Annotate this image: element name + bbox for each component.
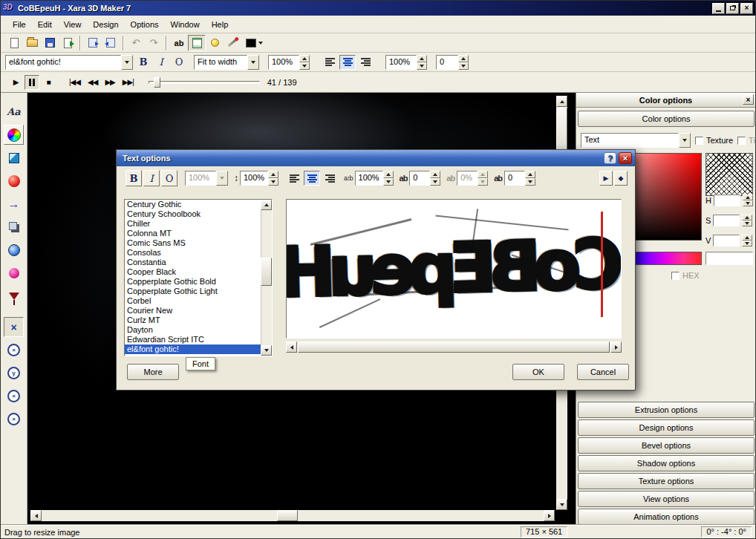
line-spacing-spin-buttons[interactable]	[417, 55, 427, 70]
horizontal-scroll-thumb[interactable]	[277, 510, 298, 521]
menu-design[interactable]: Design	[87, 18, 124, 31]
shadow-options-button[interactable]: Shadow options	[578, 455, 755, 471]
apply-to-combobox[interactable]: Text	[581, 133, 691, 148]
pause-button[interactable]	[25, 75, 39, 90]
menu-file[interactable]: File	[7, 18, 32, 31]
panel-close-button[interactable]: ×	[743, 94, 754, 105]
hue-slider[interactable]	[631, 252, 702, 265]
line-spacing-value[interactable]: 100%	[385, 55, 417, 70]
tracking-value[interactable]: 0	[436, 55, 458, 70]
texture-tool-button[interactable]	[4, 240, 24, 260]
play-button[interactable]: ▶	[8, 75, 23, 90]
toggle-button-3[interactable]: ×	[4, 386, 24, 406]
font-combobox-arrow[interactable]	[121, 55, 133, 70]
dialog-help-button[interactable]: ?	[604, 152, 616, 164]
tracking-spin-buttons[interactable]	[430, 171, 440, 186]
animation-tool-button[interactable]: ×	[4, 317, 24, 337]
font-list-scrollbar[interactable]	[261, 200, 272, 356]
menu-edit[interactable]: Edit	[32, 18, 58, 31]
scroll-up-button[interactable]	[261, 200, 272, 210]
redo-button[interactable]: ↷	[145, 35, 163, 51]
tracking-spin-buttons[interactable]	[458, 55, 469, 70]
save-button[interactable]	[41, 35, 59, 51]
design-options-button[interactable]: Design options	[578, 419, 755, 436]
toggle-button-1[interactable]: ×	[4, 340, 24, 360]
skip-start-button[interactable]: |◀◀	[66, 75, 83, 90]
bevel-options-button[interactable]: Bevel options	[578, 437, 755, 454]
menu-view[interactable]: View	[58, 18, 88, 31]
font-list-item[interactable]: Corbel	[125, 296, 261, 306]
lighting-button[interactable]	[206, 35, 224, 51]
dialog-line-spacing-value[interactable]: 100%	[355, 171, 383, 186]
more-button[interactable]: More	[127, 364, 179, 380]
frame-slider-thumb[interactable]	[154, 77, 160, 88]
text-options-toggle[interactable]	[188, 35, 206, 51]
copy-image-button[interactable]	[84, 35, 102, 51]
menu-help[interactable]: Help	[206, 18, 235, 31]
font-list-item[interactable]: Dayton	[125, 325, 261, 335]
zoom-combobox-arrow[interactable]	[247, 55, 259, 70]
extrusion-options-button[interactable]: Extrusion options	[578, 402, 755, 418]
font-list-item[interactable]: Copperplate Gothic Light	[125, 287, 261, 296]
texture-options-button[interactable]: Texture options	[578, 473, 755, 489]
scroll-left-button[interactable]	[30, 510, 42, 521]
diamond-button[interactable]: ◆	[614, 171, 628, 186]
menu-window[interactable]: Window	[165, 18, 206, 31]
font-scroll-thumb[interactable]	[261, 258, 272, 286]
zoom-combobox-value[interactable]: Fit to width	[194, 55, 247, 70]
h-input[interactable]	[714, 195, 740, 206]
font-list-item[interactable]: Courier New	[125, 306, 261, 316]
hex-checkbox[interactable]: HEX	[671, 271, 700, 280]
undo-button[interactable]: ↶	[127, 35, 145, 51]
hex-input[interactable]	[706, 252, 753, 265]
frame-slider[interactable]	[149, 81, 260, 84]
h-spin-buttons[interactable]	[743, 195, 753, 206]
align-right-button[interactable]	[357, 55, 374, 70]
font-list-item[interactable]: Comic Sans MS	[125, 238, 261, 248]
dialog-titlebar[interactable]: Text options ? ×	[117, 150, 635, 166]
color-options-section-button[interactable]: Color options	[578, 111, 755, 127]
apply-to-arrow[interactable]	[679, 133, 691, 148]
line-spacing-spin-buttons[interactable]	[383, 171, 394, 186]
font-list-item[interactable]: Edwardian Script ITC	[125, 335, 261, 344]
preview-scroll-thumb[interactable]	[298, 342, 610, 353]
scroll-right-button[interactable]	[610, 342, 622, 353]
dialog-italic-button[interactable]: I	[143, 170, 160, 186]
arrow-tool-button[interactable]: →	[4, 194, 24, 214]
s-spin-buttons[interactable]	[742, 215, 752, 226]
toggle-button-4[interactable]: ×	[4, 409, 24, 429]
view-options-button[interactable]: View options	[578, 491, 755, 507]
apply-to-value[interactable]: Text	[581, 133, 679, 148]
canvas-horizontal-scrollbar[interactable]	[30, 510, 555, 521]
scroll-right-button[interactable]	[544, 510, 555, 521]
open-button[interactable]	[23, 35, 41, 51]
font-list-item-selected[interactable]: el&font gohtic!	[125, 344, 261, 354]
font-list-item[interactable]: Curlz MT	[125, 316, 261, 325]
close-button[interactable]: ×	[740, 3, 753, 14]
align-center-button[interactable]	[339, 55, 356, 70]
menu-options[interactable]: Options	[125, 18, 165, 31]
bevel-tool-button[interactable]	[4, 171, 24, 191]
design-tool-button[interactable]	[4, 263, 24, 283]
stop-button[interactable]: ■	[41, 75, 56, 90]
minimize-button[interactable]	[712, 3, 725, 14]
insert-symbol-button[interactable]: ▶	[599, 171, 613, 186]
scroll-up-button[interactable]	[556, 96, 567, 107]
ok-button[interactable]: OK	[512, 364, 564, 380]
shadow-tool-button[interactable]	[4, 217, 24, 237]
dialog-baseline-value[interactable]: 0	[504, 171, 525, 186]
cancel-button[interactable]: Cancel	[577, 364, 629, 380]
font-list-item[interactable]: Consolas	[125, 248, 261, 258]
dialog-outline-button[interactable]: O	[161, 170, 177, 186]
dialog-align-center-button[interactable]	[304, 171, 320, 186]
font-list-item[interactable]: Chiller	[125, 219, 261, 229]
char-height-spin-buttons[interactable]	[268, 171, 278, 186]
zoom-combobox[interactable]: Fit to width	[194, 55, 259, 70]
dialog-align-right-button[interactable]	[322, 171, 338, 186]
scroll-left-button[interactable]	[286, 342, 297, 353]
preview-scrollbar[interactable]	[286, 342, 622, 353]
text-tool-button[interactable]: Aa	[4, 102, 24, 122]
paste-image-button[interactable]	[102, 35, 120, 51]
scroll-down-button[interactable]	[556, 499, 567, 510]
scroll-down-button[interactable]	[261, 345, 272, 356]
